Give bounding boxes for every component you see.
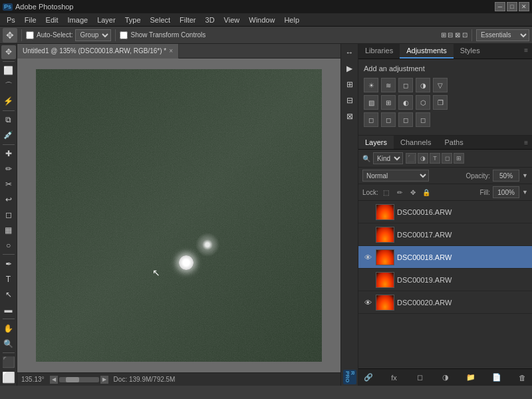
stamp-tool[interactable]: ✂ xyxy=(1,178,16,192)
link-layers-btn[interactable]: 🔗 xyxy=(362,372,374,384)
tab-close-btn[interactable]: × xyxy=(169,47,173,55)
layers-tab-channels[interactable]: Channels xyxy=(394,136,438,149)
move-tool[interactable]: ✥ xyxy=(1,45,16,59)
canvas-scrollbar[interactable] xyxy=(59,377,99,382)
menu-3d[interactable]: 3D xyxy=(201,15,219,25)
layer-item-5[interactable]: 👁 DSC00020.ARW xyxy=(358,291,532,314)
adj-brightness[interactable]: ☀ xyxy=(364,78,378,92)
menu-view[interactable]: View xyxy=(220,15,244,25)
blend-mode-select[interactable]: Normal Multiply Screen Overlay xyxy=(362,170,429,182)
adj-exposure[interactable]: ◑ xyxy=(416,78,430,92)
float-tool-3[interactable]: ⊞ xyxy=(342,77,357,92)
adj-posterize[interactable]: ◻ xyxy=(381,112,396,127)
adj-gradient-map[interactable]: ▽ xyxy=(433,78,448,92)
marquee-tool[interactable]: ⬜ xyxy=(1,64,16,78)
layer-item-3[interactable]: 👁 DSC00018.ARW xyxy=(358,246,532,269)
eraser-tool[interactable]: ◻ xyxy=(1,208,16,222)
adj-photo-filter[interactable]: ⬡ xyxy=(416,95,430,110)
layer4-eye[interactable]: 👁 xyxy=(362,275,373,285)
canvas-tab[interactable]: Untitled1 @ 135% (DSC00018.ARW, RGB/16*)… xyxy=(17,44,179,59)
layers-tab-paths[interactable]: Paths xyxy=(438,136,470,149)
menu-select[interactable]: Select xyxy=(146,15,175,25)
float-tool-4[interactable]: ⊟ xyxy=(342,93,357,108)
path-tool[interactable]: ↖ xyxy=(1,287,16,301)
background-color[interactable]: ⬜ xyxy=(1,370,16,384)
menu-ps[interactable]: Ps xyxy=(3,15,19,25)
workspace-select[interactable]: Essentials xyxy=(476,29,529,41)
menu-file[interactable]: File xyxy=(21,15,41,25)
transform-checkbox[interactable] xyxy=(120,31,128,39)
minimize-button[interactable]: ─ xyxy=(495,2,505,11)
shape-tool[interactable]: ▬ xyxy=(1,303,16,317)
maximize-button[interactable]: □ xyxy=(507,2,517,11)
history-tool[interactable]: ↩ xyxy=(1,193,16,207)
float-tool-1[interactable]: ↔ xyxy=(342,45,357,60)
filter-pixel-icon[interactable]: ⬛ xyxy=(406,153,416,164)
lasso-tool[interactable]: ⌒ xyxy=(1,79,16,93)
foreground-color[interactable]: ⬛ xyxy=(1,355,16,369)
layer1-eye[interactable]: 👁 xyxy=(362,207,373,217)
opacity-arrow[interactable]: ▼ xyxy=(522,172,528,179)
add-mask-btn[interactable]: ◻ xyxy=(414,372,426,384)
new-group-btn[interactable]: 📁 xyxy=(465,372,477,384)
hand-tool[interactable]: ✋ xyxy=(1,321,16,335)
fill-input[interactable]: 100% xyxy=(493,186,519,198)
nav-left-btn[interactable]: ◀ xyxy=(50,376,58,384)
canvas-container[interactable]: ↖ xyxy=(17,59,340,372)
zoom-tool[interactable]: 🔍 xyxy=(1,336,16,350)
menu-filter[interactable]: Filter xyxy=(176,15,200,25)
adj-invert[interactable]: ◻ xyxy=(364,112,378,127)
layer3-eye[interactable]: 👁 xyxy=(362,252,373,263)
adj-hue[interactable]: ▧ xyxy=(364,95,378,110)
menu-type[interactable]: Type xyxy=(121,15,145,25)
filter-shape-icon[interactable]: ◻ xyxy=(442,153,452,164)
text-tool[interactable]: T xyxy=(1,272,16,286)
layers-panel-menu-btn[interactable]: ≡ xyxy=(520,136,532,149)
lock-image-icon[interactable]: ✏ xyxy=(394,187,405,198)
adj-bw[interactable]: ◐ xyxy=(398,95,413,110)
float-tool-5[interactable]: ⊠ xyxy=(342,109,357,124)
move-tool-options[interactable]: ✥ xyxy=(3,28,17,43)
filter-adjustment-icon[interactable]: ◑ xyxy=(418,153,428,164)
tab-libraries[interactable]: Libraries xyxy=(358,44,400,59)
filter-smart-icon[interactable]: ⊞ xyxy=(454,153,464,164)
pen-tool[interactable]: ✒ xyxy=(1,257,16,271)
heal-tool[interactable]: ✚ xyxy=(1,147,16,161)
new-adjustment-btn[interactable]: ◑ xyxy=(440,372,452,384)
layers-tab-layers[interactable]: Layers xyxy=(358,136,394,149)
tab-adjustments[interactable]: Adjustments xyxy=(400,44,454,59)
layer-item-1[interactable]: 👁 DSC00016.ARW xyxy=(358,201,532,223)
adj-threshold[interactable]: ◻ xyxy=(398,112,413,127)
layers-kind-select[interactable]: Kind xyxy=(373,152,403,164)
autoselect-select[interactable]: Group Layer xyxy=(75,29,111,41)
add-layer-style-btn[interactable]: fx xyxy=(388,372,400,384)
float-tool-2[interactable]: ▶ xyxy=(342,61,357,76)
adj-color-balance[interactable]: ⊞ xyxy=(381,95,396,110)
menu-edit[interactable]: Edit xyxy=(42,15,63,25)
delete-layer-btn[interactable]: 🗑 xyxy=(516,372,528,384)
opacity-input[interactable]: 50% xyxy=(493,170,519,182)
lock-position-icon[interactable]: ✥ xyxy=(408,187,418,198)
dodge-tool[interactable]: ○ xyxy=(1,238,16,252)
adj-curves[interactable]: ◻ xyxy=(398,78,413,92)
crop-tool[interactable]: ⧉ xyxy=(1,113,16,127)
layer-item-2[interactable]: 👁 DSC00017.ARW xyxy=(358,223,532,246)
menu-window[interactable]: Window xyxy=(245,15,279,25)
new-layer-btn[interactable]: 📄 xyxy=(491,372,503,384)
autoselect-checkbox[interactable] xyxy=(26,31,34,39)
layer2-eye[interactable]: 👁 xyxy=(362,229,373,240)
menu-layer[interactable]: Layer xyxy=(93,15,120,25)
layer-item-4[interactable]: 👁 DSC00019.ARW xyxy=(358,269,532,291)
menu-image[interactable]: Image xyxy=(64,15,92,25)
tab-styles[interactable]: Styles xyxy=(454,44,487,59)
lock-transparent-icon[interactable]: ⬚ xyxy=(381,187,392,198)
close-button[interactable]: ✕ xyxy=(519,2,529,11)
menu-help[interactable]: Help xyxy=(280,15,303,25)
nav-right-btn[interactable]: ▶ xyxy=(100,376,108,384)
fill-arrow[interactable]: ▼ xyxy=(522,189,528,196)
gradient-tool[interactable]: ▦ xyxy=(1,223,16,237)
lock-all-icon[interactable]: 🔒 xyxy=(421,187,432,198)
filter-type-icon[interactable]: T xyxy=(430,153,440,164)
panel-menu-btn[interactable]: ≡ xyxy=(520,44,532,59)
brush-tool[interactable]: ✏ xyxy=(1,162,16,176)
